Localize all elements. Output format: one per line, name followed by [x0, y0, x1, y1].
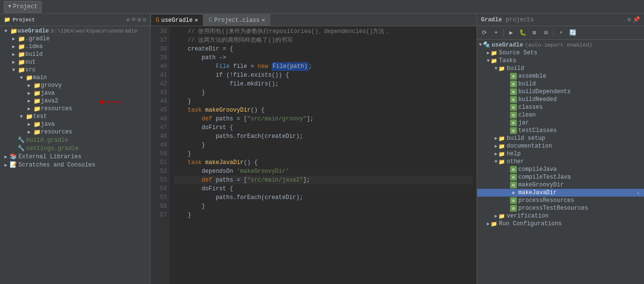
refresh-btn[interactable]: ⟳ — [479, 28, 490, 38]
expand-arrow: ▼ — [495, 66, 497, 71]
gradle-item-buildNeeded[interactable]: ⚙ buildNeeded — [477, 96, 644, 103]
code-lines[interactable]: // 使用闭包()来作为参数执行repositories()、dependenc… — [170, 26, 477, 284]
gradle-item-compileJava[interactable]: ⚙ compileJava — [477, 166, 644, 173]
code-line: } — [174, 150, 473, 158]
folder-icon: 📁 — [491, 50, 497, 56]
gradle-file-icon: 🔧 — [17, 145, 25, 152]
debug-btn[interactable]: 🐛 — [517, 28, 528, 38]
gradle-item-clean[interactable]: ⚙ clean — [477, 111, 644, 119]
expand-arrow: ▼ — [2, 29, 10, 34]
task-label: clean — [518, 112, 536, 118]
code-line: path -> — [174, 53, 473, 62]
collapse-all-btn[interactable]: ⊟ — [541, 28, 551, 38]
expand-all-btn[interactable]: ⊞ — [529, 28, 540, 38]
item-label: .gradle — [25, 35, 50, 42]
execute-btn[interactable]: ⚡ — [556, 28, 566, 38]
gradle-item-classes[interactable]: ⚙ classes — [477, 103, 644, 111]
gradle-item-root[interactable]: ▼ 🔩 useGradle (auto-import enabled) — [477, 41, 644, 49]
collapse-icon[interactable]: ⊟ — [143, 17, 146, 23]
editor-tab-usegradle[interactable]: G useGradle ✕ — [150, 14, 203, 26]
sidebar-item-test-java[interactable]: ▶ 📁 java — [0, 120, 150, 128]
sidebar-item-test[interactable]: ▼ 📁 test — [0, 113, 150, 120]
expand-arrow: ▶ — [25, 83, 33, 88]
fn-name: makeGroovyDir — [205, 106, 251, 115]
sync-btn[interactable]: 🔄 — [567, 28, 578, 38]
sidebar-item-java[interactable]: ▶ 📁 java — [0, 89, 150, 97]
sidebar-item-out[interactable]: ▶ 📁 out — [0, 58, 150, 66]
folder-icon: 📁 — [33, 105, 41, 112]
gear-icon[interactable]: ⚙ — [126, 17, 130, 23]
help-label: help — [507, 150, 521, 157]
gradle-item-build-task[interactable]: ⚙ build — [477, 80, 644, 88]
sidebar-item-groovy[interactable]: ▶ 📁 groovy — [0, 82, 150, 89]
gradle-item-testClasses[interactable]: ⚙ testClasses — [477, 127, 644, 134]
expand-arrow: ▼ — [17, 114, 25, 119]
settings-icon[interactable]: ⚙ — [627, 16, 631, 23]
item-label: build — [25, 51, 43, 58]
task-label: buildNeeded — [518, 96, 557, 103]
gradle-item-documentation[interactable]: ▶ 📁 documentation — [477, 142, 644, 150]
expand-arrow: ▶ — [10, 44, 17, 50]
sync-icon[interactable]: ⟳ — [132, 17, 136, 23]
gradle-item-verification[interactable]: ▶ 📁 verification — [477, 212, 644, 220]
sidebar-item-src[interactable]: ▼ 📁 src — [0, 66, 150, 74]
gradle-item-jar[interactable]: ⚙ jar — [477, 119, 644, 127]
folder-icon: 📁 — [498, 143, 505, 149]
gradle-item-build-group[interactable]: ▼ 📁 build — [477, 65, 644, 72]
expand-icon[interactable]: ⊞ — [138, 17, 141, 23]
sidebar-item-gradle[interactable]: ▶ 📁 .gradle — [0, 35, 150, 43]
sidebar-item-main[interactable]: ▼ 📁 main — [0, 74, 150, 82]
add-btn[interactable]: + — [491, 28, 501, 38]
gradle-item-source-sets[interactable]: ▶ 📁 Source Sets — [477, 49, 644, 57]
run-btn[interactable]: ▶ — [506, 28, 516, 38]
project-tab[interactable]: ▼ Project — [4, 1, 42, 13]
folder-icon: 📁 — [33, 129, 41, 135]
folder-icon: 📁 — [10, 28, 17, 34]
sidebar-item-test-resources[interactable]: ▶ 📁 resources — [0, 128, 150, 136]
gradle-item-run-configurations[interactable]: ▶ 📁 Run Configurations — [477, 220, 644, 228]
code-text: () { — [250, 106, 264, 115]
pin-icon[interactable]: 📌 — [633, 16, 640, 23]
gradle-item-compileTestJava[interactable]: ⚙ compileTestJava — [477, 173, 644, 181]
code-line: task makeGroovyDir() { — [174, 106, 473, 115]
sidebar-item-idea[interactable]: ▶ 📁 .idea — [0, 43, 150, 50]
sidebar-item-scratches[interactable]: ▶ 📝 Scratches and Consoles — [0, 161, 150, 169]
code-line: } — [174, 211, 473, 219]
gradle-item-makeGroovyDir[interactable]: ⚙ makeGroovyDir — [477, 181, 644, 189]
code-line: // 使用闭包()来作为参数执行repositories()、dependenc… — [174, 27, 473, 36]
cursor-indicator: ↖ — [637, 190, 640, 196]
sidebar-item-settings-gradle[interactable]: 🔧 settings.gradle — [0, 144, 150, 152]
sidebar-item-build-gradle[interactable]: 🔧 build.gradle — [0, 136, 150, 144]
code-line: } — [174, 88, 473, 97]
close-tab-icon[interactable]: ✕ — [195, 17, 198, 24]
gradle-item-other[interactable]: ▼ 📁 other — [477, 158, 644, 166]
gradle-item-tasks[interactable]: ▼ 📁 Tasks — [477, 57, 644, 65]
gradle-item-help[interactable]: ▶ 📁 help — [477, 150, 644, 158]
item-label: build.gradle — [26, 137, 68, 144]
sidebar-item-resources[interactable]: ▶ 📁 resources — [0, 105, 150, 113]
separator — [503, 29, 504, 37]
expand-arrow: ▶ — [495, 143, 497, 149]
editor-tab-project-class[interactable]: C Project.class ✕ — [203, 14, 270, 26]
sidebar-title-text: Project — [13, 17, 35, 23]
folder-icon: 📁 — [17, 59, 25, 66]
task-icon: ⚙ — [510, 104, 517, 111]
sidebar-item-java2[interactable]: ▶ 📁 java2 — [0, 97, 150, 105]
type-keyword: File — [215, 62, 230, 71]
gradle-item-processTestResources[interactable]: ⚙ processTestResources — [477, 204, 644, 212]
task-icon: ⚙ — [510, 127, 517, 134]
verification-label: verification — [507, 213, 548, 219]
keyword: def — [202, 176, 213, 184]
close-tab-icon[interactable]: ✕ — [262, 17, 265, 24]
gradle-item-build-setup[interactable]: ▶ 📁 build setup — [477, 134, 644, 142]
sidebar-item-build[interactable]: ▶ 📁 build — [0, 50, 150, 58]
sidebar-item-usegradle[interactable]: ▼ 📁 useGradle D:\IDEA\workSpace\useGradl… — [0, 27, 150, 35]
code-text — [174, 115, 202, 123]
string: 'makeGroovyDir' — [237, 167, 289, 176]
gradle-item-processResources[interactable]: ⚙ processResources — [477, 197, 644, 204]
folder-icon: 📁 — [498, 159, 505, 165]
gradle-item-buildDependents[interactable]: ⚙ buildDependents — [477, 88, 644, 96]
gradle-item-assemble[interactable]: ⚙ assemble — [477, 72, 644, 80]
gradle-item-makeJavaDir[interactable]: ⚙ makeJavaDir ↖ — [477, 189, 644, 197]
sidebar-item-external-libs[interactable]: ▶ 📚 External Libraries — [0, 152, 150, 161]
